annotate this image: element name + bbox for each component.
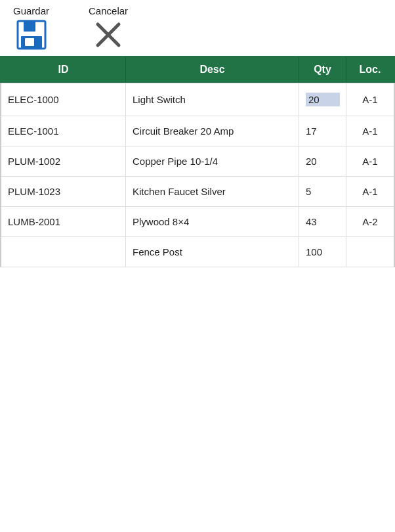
col-header-qty: Qty	[299, 57, 346, 82]
cell-qty-3[interactable]: 5	[299, 177, 346, 206]
table-row: PLUM-1023 Kitchen Faucet Silver 5 A-1	[1, 176, 394, 207]
table-row: Fence Post 100	[1, 236, 394, 267]
cancel-button[interactable]: Cancelar	[89, 5, 128, 51]
cell-id-5	[1, 237, 126, 267]
save-icon	[16, 19, 47, 51]
cell-loc-5	[346, 237, 394, 267]
cell-id-1: ELEC-1001	[1, 116, 126, 146]
save-button[interactable]: Guardar	[13, 5, 49, 51]
cell-loc-2: A-1	[346, 146, 394, 176]
cell-id-0: ELEC-1000	[1, 83, 126, 116]
table-row: ELEC-1000 Light Switch A-1	[1, 83, 394, 116]
cell-id-3: PLUM-1023	[1, 177, 126, 206]
col-header-desc: Desc	[126, 57, 299, 82]
cell-desc-5: Fence Post	[126, 237, 299, 267]
save-label: Guardar	[13, 5, 49, 16]
cell-loc-0: A-1	[346, 83, 394, 116]
svg-rect-1	[24, 21, 35, 32]
qty-input-0[interactable]	[306, 93, 340, 106]
cell-desc-4: Plywood 8×4	[126, 207, 299, 236]
cell-desc-2: Copper Pipe 10-1/4	[126, 146, 299, 176]
cell-qty-1[interactable]: 17	[299, 116, 346, 146]
cell-desc-0: Light Switch	[126, 83, 299, 116]
col-header-loc: Loc.	[346, 57, 394, 82]
cell-loc-3: A-1	[346, 177, 394, 206]
cell-qty-2[interactable]: 20	[299, 146, 346, 176]
cell-desc-3: Kitchen Faucet Silver	[126, 177, 299, 206]
col-header-id: ID	[1, 57, 126, 82]
cell-id-4: LUMB-2001	[1, 207, 126, 236]
cell-loc-1: A-1	[346, 116, 394, 146]
svg-rect-3	[25, 38, 34, 46]
cell-loc-4: A-2	[346, 207, 394, 236]
cell-qty-5[interactable]: 100	[299, 237, 346, 267]
cell-desc-1: Circuit Breaker 20 Amp	[126, 116, 299, 146]
table-body: ELEC-1000 Light Switch A-1 ELEC-1001 Cir…	[0, 83, 395, 267]
table-header: ID Desc Qty Loc.	[0, 56, 395, 83]
cell-qty-0[interactable]	[299, 83, 346, 116]
cancel-icon	[93, 19, 124, 51]
cell-id-2: PLUM-1002	[1, 146, 126, 176]
cancel-label: Cancelar	[89, 5, 128, 16]
table-row: PLUM-1002 Copper Pipe 10-1/4 20 A-1	[1, 146, 394, 177]
table-row: ELEC-1001 Circuit Breaker 20 Amp 17 A-1	[1, 116, 394, 146]
cell-qty-4[interactable]: 43	[299, 207, 346, 236]
table-row: LUMB-2001 Plywood 8×4 43 A-2	[1, 206, 394, 237]
toolbar: Guardar Cancelar	[0, 0, 395, 56]
